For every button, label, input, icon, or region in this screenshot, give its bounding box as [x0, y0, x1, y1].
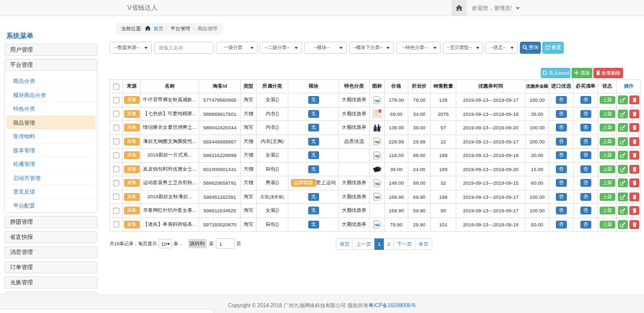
- edit-button[interactable]: [618, 137, 628, 146]
- sidebar-group-header[interactable]: 消息管理: [5, 247, 97, 258]
- jump-button[interactable]: 跳转到: [188, 239, 206, 248]
- must-buy-badge: 否: [580, 165, 591, 173]
- page-number-input[interactable]: [216, 238, 235, 249]
- pager-item-1[interactable]: 上一页: [353, 238, 375, 250]
- column-header: 模块: [288, 80, 339, 93]
- user-menu[interactable]: 欢迎您，管理员!: [472, 0, 520, 16]
- column-header: 图标: [370, 80, 385, 93]
- feature-category: 大额优惠券: [342, 124, 367, 130]
- filter-select-1[interactable]: 一级分类: [216, 42, 258, 54]
- import-excel-button[interactable]: 导入excel: [541, 68, 570, 78]
- edit-button[interactable]: [618, 151, 628, 160]
- sidebar-item-5[interactable]: 版本管理: [6, 143, 95, 158]
- breadcrumb-home-link[interactable]: 首页: [153, 26, 163, 31]
- delete-button[interactable]: [629, 151, 639, 160]
- row-checkbox[interactable]: [113, 180, 119, 186]
- sidebar-item-7[interactable]: 启动页管理: [6, 171, 95, 185]
- sidebar-group-header[interactable]: 平台管理: [5, 59, 97, 70]
- sidebar-item-6[interactable]: 轮播管理: [6, 157, 95, 171]
- discount-price: 24.00: [413, 166, 426, 172]
- reset-button[interactable]: 重置: [542, 42, 564, 54]
- nav-home-button[interactable]: [452, 0, 467, 16]
- sidebar-item-0[interactable]: 商品分类: [6, 74, 95, 88]
- pager-item-3[interactable]: 2: [384, 238, 394, 250]
- sidebar-item-1[interactable]: 模块商品分类: [6, 88, 95, 102]
- row-checkbox[interactable]: [113, 208, 119, 214]
- page-size-select[interactable]: 10: [159, 239, 172, 248]
- sidebar-item-4[interactable]: 宣传物料: [6, 129, 95, 143]
- sidebar-item-2[interactable]: 特色分类: [6, 102, 95, 116]
- icp-link[interactable]: 粤ICP备16098006号: [368, 303, 416, 308]
- taoke-id: 596611634525: [203, 208, 236, 213]
- delete-button[interactable]: [629, 123, 639, 132]
- sidebar-item-9[interactable]: 平台配置: [6, 199, 95, 213]
- row-checkbox[interactable]: [113, 125, 119, 131]
- delete-button[interactable]: [629, 110, 639, 118]
- delete-button[interactable]: [629, 178, 639, 187]
- filter-select-0[interactable]: --数据来源--: [110, 42, 152, 54]
- row-checkbox[interactable]: [113, 166, 119, 172]
- edit-button[interactable]: [618, 178, 628, 187]
- breadcrumb-item: 平台管理: [171, 26, 190, 31]
- sales-count: 138: [439, 97, 447, 103]
- delete-button[interactable]: [629, 206, 639, 215]
- sales-count: 101: [439, 222, 447, 227]
- filter-select-3[interactable]: --模块--: [304, 42, 347, 54]
- delete-button[interactable]: [629, 165, 639, 174]
- edit-button[interactable]: [618, 220, 628, 229]
- row-checkbox[interactable]: [113, 111, 119, 117]
- sidebar-group-header[interactable]: 用户管理: [5, 44, 97, 55]
- sidebar-group-header[interactable]: 省直快报: [5, 232, 97, 243]
- chevron-down-icon: [476, 47, 479, 49]
- row-checkbox[interactable]: [113, 138, 119, 145]
- sidebar-group-header[interactable]: 订单管理: [5, 262, 97, 273]
- module-badge: 无: [308, 221, 319, 228]
- filter-select-5[interactable]: --特色分类--: [396, 42, 441, 54]
- source-badge: 采集: [124, 96, 140, 104]
- name-search-input[interactable]: [154, 42, 214, 54]
- edit-button[interactable]: [618, 192, 628, 201]
- sidebar-item-8[interactable]: 意见反馈: [6, 185, 95, 199]
- goods-category: 女装(连衣裙): [260, 195, 284, 199]
- broken-image-icon: [373, 194, 381, 199]
- filter-select-7[interactable]: --状态--: [485, 42, 518, 54]
- pager-item-0[interactable]: 首页: [336, 238, 353, 250]
- breadcrumb-label: 当前位置:: [121, 26, 142, 31]
- status-badge: 上架: [600, 110, 615, 118]
- discount-price: 88.00: [413, 180, 426, 186]
- pager-item-2[interactable]: 1: [374, 238, 384, 250]
- pager-item-5[interactable]: 末页: [415, 238, 432, 250]
- pager-item-4[interactable]: 下一页: [393, 238, 416, 250]
- delete-button[interactable]: [629, 95, 639, 104]
- row-checkbox[interactable]: [113, 194, 119, 200]
- filter-select-6[interactable]: --宝贝类型--: [443, 42, 483, 54]
- discount-price: 59.90: [413, 208, 426, 213]
- discount-price: 69.90: [413, 194, 426, 200]
- sidebar-group-header[interactable]: 拼团管理: [5, 216, 97, 227]
- add-button[interactable]: 添加: [572, 68, 592, 78]
- batch-delete-button[interactable]: 批量删除: [593, 68, 623, 78]
- delete-button[interactable]: [629, 192, 639, 201]
- edit-button[interactable]: [618, 123, 628, 132]
- filter-select-4[interactable]: --模块下分类--: [349, 42, 394, 54]
- delete-button[interactable]: [629, 220, 639, 229]
- edit-button[interactable]: [618, 110, 628, 118]
- breadcrumb-separator: /: [165, 26, 169, 31]
- search-button[interactable]: 查询: [520, 42, 541, 54]
- edit-button[interactable]: [618, 165, 628, 174]
- sidebar-group-header[interactable]: 兑换管理: [5, 277, 97, 288]
- row-checkbox[interactable]: [113, 221, 119, 227]
- admin-page: V省钱达人 欢迎您，管理员! 系统菜单 用户管理平台管理商品分类模块商品分类特色…: [0, 0, 644, 313]
- delete-button[interactable]: [629, 137, 639, 146]
- bottom-popup-box: [0, 309, 214, 313]
- sidebar-item-active[interactable]: 商品管理: [6, 116, 95, 130]
- edit-button[interactable]: [618, 95, 628, 104]
- row-checkbox[interactable]: [113, 152, 119, 159]
- filter-select-2[interactable]: --二级分类--: [260, 42, 302, 54]
- goods-category: 女装(): [265, 97, 278, 102]
- select-all-checkbox[interactable]: [113, 83, 119, 90]
- chevron-down-icon: [511, 47, 514, 49]
- filter-bar: --数据来源--一级分类--二级分类----模块----模块下分类----特色分…: [110, 42, 564, 54]
- edit-button[interactable]: [618, 206, 628, 215]
- row-checkbox[interactable]: [113, 97, 119, 103]
